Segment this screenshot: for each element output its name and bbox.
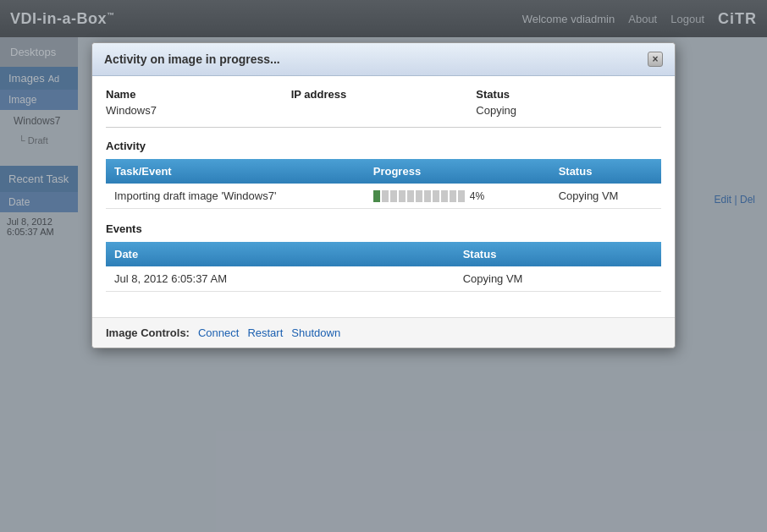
events-section-title: Events: [106, 222, 661, 235]
name-value: Windows7: [106, 104, 291, 117]
events-table-header-row: Date Status: [106, 242, 661, 266]
activity-table: Task/Event Progress Status Importing dra…: [106, 159, 661, 209]
restart-link[interactable]: Restart: [247, 326, 283, 339]
ip-label: IP address: [291, 88, 477, 101]
event-status-cell: Copying VM: [455, 266, 661, 292]
status-value: Copying: [476, 104, 661, 117]
modal-close-button[interactable]: ×: [648, 52, 663, 67]
events-table-row: Jul 8, 2012 6:05:37 AMCopying VM: [106, 266, 661, 292]
activity-modal: Activity on image in progress... × Name …: [91, 42, 676, 348]
modal-footer: Image Controls: Connect Restart Shutdown: [92, 317, 675, 348]
task-cell: Importing draft image 'Windows7': [106, 184, 365, 209]
events-section: Events Date Status Jul 8, 2012 6:05:37 A…: [106, 222, 661, 292]
info-col-ip: IP address: [291, 88, 477, 117]
info-col-name: Name Windows7: [106, 88, 291, 117]
image-controls-label: Image Controls:: [106, 326, 190, 339]
name-label: Name: [106, 88, 291, 101]
modal-overlay: Activity on image in progress... × Name …: [0, 0, 767, 532]
modal-header: Activity on image in progress... ×: [92, 43, 675, 76]
col-status: Status: [550, 159, 661, 184]
activity-table-header-row: Task/Event Progress Status: [106, 159, 661, 184]
progress-pct: 4%: [470, 190, 484, 202]
activity-status-cell: Copying VM: [550, 184, 661, 209]
status-label: Status: [476, 88, 661, 101]
col-progress: Progress: [365, 159, 550, 184]
info-col-status: Status Copying: [476, 88, 661, 117]
events-col-status: Status: [455, 242, 661, 266]
activity-table-row: Importing draft image 'Windows7'4%Copyin…: [106, 184, 661, 209]
modal-title: Activity on image in progress...: [104, 52, 280, 66]
activity-section-title: Activity: [106, 140, 661, 152]
events-col-date: Date: [106, 242, 455, 266]
connect-link[interactable]: Connect: [198, 326, 239, 339]
events-table: Date Status Jul 8, 2012 6:05:37 AMCopyin…: [106, 242, 661, 292]
progress-bar: [373, 190, 465, 202]
col-task: Task/Event: [106, 159, 365, 184]
event-date-cell: Jul 8, 2012 6:05:37 AM: [106, 266, 455, 292]
progress-cell: 4%: [365, 184, 550, 209]
modal-body: Name Windows7 IP address Status Copying …: [92, 76, 675, 317]
shutdown-link[interactable]: Shutdown: [291, 326, 340, 339]
info-row: Name Windows7 IP address Status Copying: [106, 88, 661, 128]
